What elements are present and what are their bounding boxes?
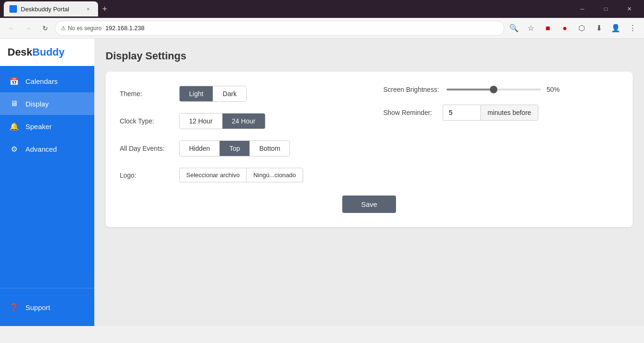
- address-bar[interactable]: ⚠ No es seguro 192.168.1.238: [55, 21, 504, 36]
- active-tab[interactable]: Deskbuddy Portal ×: [4, 1, 98, 16]
- browser-chrome: Deskbuddy Portal × + ─ □ ✕ ← → ↻ ⚠ No es…: [0, 0, 644, 39]
- bookmark-button[interactable]: ☆: [523, 21, 538, 36]
- tab-close-button[interactable]: ×: [84, 5, 92, 13]
- sidebar-nav: 📅 Calendars 🖥 Display 🔔 Speaker ⚙ Advanc…: [0, 66, 94, 288]
- all-day-toggle-group: Hidden Top Bottom: [179, 140, 290, 156]
- address-text: 192.168.1.238: [105, 24, 144, 32]
- all-day-hidden-button[interactable]: Hidden: [180, 141, 220, 156]
- tab-title: Deskbuddy Portal: [21, 6, 80, 13]
- logo-desk: Desk: [8, 46, 33, 58]
- settings-card: Theme: Light Dark Clock Type: 12 Hour 24…: [106, 72, 633, 227]
- all-day-top-button[interactable]: Top: [220, 141, 250, 156]
- window-controls: ─ □ ✕: [571, 3, 640, 15]
- sidebar-item-advanced-label: Advanced: [25, 145, 57, 153]
- support-icon: ❓: [9, 302, 19, 312]
- clock-24hour-button[interactable]: 24 Hour: [223, 114, 265, 129]
- brightness-value: 50%: [546, 86, 560, 93]
- new-tab-button[interactable]: +: [98, 2, 111, 16]
- security-label: No es seguro: [68, 25, 101, 32]
- main-content: Display Settings Theme: Light Dark: [94, 39, 644, 326]
- sidebar-item-calendars-label: Calendars: [25, 77, 58, 85]
- sidebar-item-calendars[interactable]: 📅 Calendars: [0, 70, 94, 92]
- clock-type-label: Clock Type:: [120, 117, 172, 125]
- forward-button[interactable]: →: [21, 21, 36, 36]
- save-row: Save: [120, 196, 619, 213]
- all-day-bottom-button[interactable]: Bottom: [250, 141, 289, 156]
- theme-row: Theme: Light Dark: [120, 86, 355, 102]
- reminder-row: Show Reminder: minutes before: [383, 105, 619, 121]
- security-badge: ⚠ No es seguro: [61, 25, 101, 32]
- logo-buddy: Buddy: [33, 46, 65, 58]
- reminder-label: Show Reminder:: [383, 109, 435, 116]
- sidebar-item-display-label: Display: [25, 100, 49, 108]
- reload-button[interactable]: ↻: [38, 21, 53, 36]
- sidebar-item-support[interactable]: ❓ Support: [0, 296, 94, 318]
- speaker-icon: 🔔: [9, 122, 19, 131]
- clock-type-row: Clock Type: 12 Hour 24 Hour: [120, 113, 355, 129]
- sidebar-bottom: ❓ Support: [0, 288, 94, 326]
- back-button[interactable]: ←: [4, 21, 19, 36]
- sidebar-item-advanced[interactable]: ⚙ Advanced: [0, 138, 94, 160]
- left-column: Theme: Light Dark Clock Type: 12 Hour 24…: [120, 86, 355, 182]
- right-column: Screen Brightness: 50% Show Reminder: mi…: [383, 86, 619, 182]
- theme-label: Theme:: [120, 90, 172, 98]
- ext3-button[interactable]: ⬡: [574, 21, 589, 36]
- menu-button[interactable]: ⋮: [625, 21, 640, 36]
- calendars-icon: 📅: [9, 76, 19, 86]
- minimize-button[interactable]: ─: [571, 3, 593, 15]
- theme-dark-button[interactable]: Dark: [213, 86, 246, 101]
- logo: DeskBuddy: [8, 46, 65, 58]
- theme-toggle-group: Light Dark: [179, 86, 247, 102]
- file-name-display: Ningú...cionado: [247, 168, 303, 182]
- profile-button[interactable]: 👤: [608, 21, 623, 36]
- file-select-button[interactable]: Seleccionar archivo: [179, 168, 247, 182]
- download-button[interactable]: ⬇: [591, 21, 606, 36]
- sidebar-item-speaker[interactable]: 🔔 Speaker: [0, 115, 94, 138]
- sidebar-logo: DeskBuddy: [0, 39, 94, 66]
- nav-bar: ← → ↻ ⚠ No es seguro 192.168.1.238 🔍 ☆ ■…: [0, 18, 644, 39]
- clock-toggle-group: 12 Hour 24 Hour: [179, 113, 265, 129]
- sidebar-item-speaker-label: Speaker: [25, 122, 52, 131]
- file-input-group: Seleccionar archivo Ningú...cionado: [179, 168, 303, 182]
- advanced-icon: ⚙: [9, 144, 19, 154]
- brightness-label: Screen Brightness:: [383, 86, 439, 93]
- save-button[interactable]: Save: [342, 196, 396, 213]
- close-button[interactable]: ✕: [619, 3, 640, 15]
- ext1-button[interactable]: ■: [540, 21, 555, 36]
- logo-row: Logo: Seleccionar archivo Ningú...cionad…: [120, 168, 355, 182]
- theme-light-button[interactable]: Light: [180, 86, 213, 101]
- extensions-area: 🔍 ☆ ■ ● ⬡ ⬇ 👤 ⋮: [506, 21, 640, 36]
- page-title: Display Settings: [106, 50, 633, 62]
- sidebar-item-support-label: Support: [25, 303, 50, 311]
- ext2-button[interactable]: ●: [557, 21, 572, 36]
- tab-favicon: [9, 5, 17, 13]
- all-day-events-label: All Day Events:: [120, 145, 172, 152]
- reminder-container: minutes before: [443, 105, 538, 121]
- sidebar-item-display[interactable]: 🖥 Display: [0, 92, 94, 115]
- all-day-events-row: All Day Events: Hidden Top Bottom: [120, 140, 355, 156]
- zoom-button[interactable]: 🔍: [506, 21, 521, 36]
- lock-icon: ⚠: [61, 25, 66, 32]
- clock-12hour-button[interactable]: 12 Hour: [180, 114, 223, 129]
- maximize-button[interactable]: □: [595, 3, 617, 15]
- reminder-input[interactable]: [443, 105, 480, 121]
- settings-grid: Theme: Light Dark Clock Type: 12 Hour 24…: [120, 86, 619, 182]
- brightness-slider[interactable]: [446, 89, 541, 90]
- brightness-container: 50%: [446, 86, 560, 93]
- title-bar: Deskbuddy Portal × + ─ □ ✕: [0, 0, 644, 18]
- reminder-suffix: minutes before: [480, 105, 538, 121]
- brightness-row: Screen Brightness: 50%: [383, 86, 619, 93]
- display-icon: 🖥: [9, 99, 19, 108]
- app-container: DeskBuddy 📅 Calendars 🖥 Display 🔔 Speake…: [0, 39, 644, 326]
- logo-label: Logo:: [120, 172, 172, 179]
- sidebar: DeskBuddy 📅 Calendars 🖥 Display 🔔 Speake…: [0, 39, 94, 326]
